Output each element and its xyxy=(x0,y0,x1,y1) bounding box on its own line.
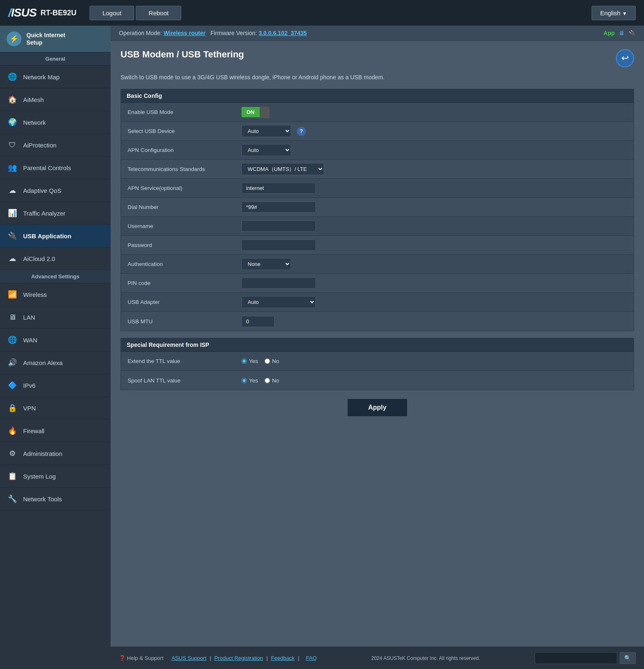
sidebar-item-adaptive-qos[interactable]: ☁ Adaptive QoS xyxy=(0,179,111,202)
sidebar-item-ipv6[interactable]: 🔷 IPv6 xyxy=(0,374,111,397)
usb-mtu-input[interactable] xyxy=(242,316,275,327)
password-row: Password xyxy=(121,236,634,255)
apn-service-input[interactable] xyxy=(242,183,316,194)
extend-ttl-value: Yes No xyxy=(237,355,634,368)
toggle-handle xyxy=(260,107,270,118)
quick-setup-label: Quick InternetSetup xyxy=(26,31,65,46)
sidebar-item-amazon-alexa[interactable]: 🔊 Amazon Alexa xyxy=(0,351,111,374)
sidebar-item-label: AiMesh xyxy=(23,96,44,103)
back-button[interactable]: ↩ xyxy=(616,49,634,67)
footer-search-button[interactable]: 🔍 xyxy=(620,652,636,664)
telecom-standards-dropdown[interactable]: WCDMA（UMTS）/ LTE CDMA2000 xyxy=(242,163,324,175)
sidebar-item-label: Adaptive QoS xyxy=(23,187,62,194)
usb-icon: 🔌 xyxy=(629,30,636,36)
usb-adapter-dropdown[interactable]: Auto xyxy=(242,296,316,308)
aicloud-icon: ☁ xyxy=(7,253,18,264)
app-label: App xyxy=(604,30,615,36)
sidebar-item-lan[interactable]: 🖥 LAN xyxy=(0,306,111,329)
usb-mtu-value xyxy=(237,313,634,330)
apn-configuration-dropdown[interactable]: Auto Manual xyxy=(242,144,291,156)
select-usb-device-row: Select USB Device Auto Manual ? xyxy=(121,122,634,141)
sidebar-item-traffic-analyzer[interactable]: 📊 Traffic Analyzer xyxy=(0,202,111,225)
feedback-link[interactable]: Feedback xyxy=(271,655,295,661)
dial-number-label: Dial Number xyxy=(121,200,237,214)
sidebar-item-aicloud[interactable]: ☁ AiCloud 2.0 xyxy=(0,247,111,270)
quick-setup-icon: ⚡ xyxy=(7,31,21,46)
footer-search-input[interactable] xyxy=(535,652,617,664)
password-input[interactable] xyxy=(242,240,316,251)
amazon-alexa-icon: 🔊 xyxy=(7,357,18,368)
username-value xyxy=(237,217,634,235)
page-header: USB Modem / USB Tethering ↩ xyxy=(121,49,634,67)
help-support-icon: ❓ Help & Support xyxy=(119,655,163,661)
language-selector[interactable]: English ▼ xyxy=(592,6,636,20)
telecom-standards-value: WCDMA（UMTS）/ LTE CDMA2000 xyxy=(237,160,634,178)
spoof-ttl-no-label[interactable]: No xyxy=(265,377,279,384)
sidebar-item-aimesh[interactable]: 🏠 AiMesh xyxy=(0,88,111,111)
apn-service-row: APN Service(optional) xyxy=(121,179,634,198)
spoof-ttl-no-radio[interactable] xyxy=(265,378,270,383)
spoof-ttl-yes-radio[interactable] xyxy=(242,378,247,383)
page-title: USB Modem / USB Tethering xyxy=(121,49,244,60)
select-usb-device-label: Select USB Device xyxy=(121,124,237,138)
sidebar-item-administration[interactable]: ⚙ Administration xyxy=(0,442,111,465)
sidebar-item-aiprotection[interactable]: 🛡 AiProtection xyxy=(0,134,111,157)
dial-number-input[interactable] xyxy=(242,202,316,213)
footer-copyright: 2024 ASUSTeK Computer Inc. All rights re… xyxy=(371,655,480,661)
lan-icon: 🖥 xyxy=(7,311,18,323)
sidebar-item-usb-application[interactable]: 🔌 USB Application xyxy=(0,225,111,247)
usb-mode-toggle[interactable]: ON xyxy=(242,107,629,118)
sidebar-item-system-log[interactable]: 📋 System Log xyxy=(0,465,111,488)
extend-ttl-label: Extend the TTL value xyxy=(121,354,237,368)
spoof-ttl-yes-label[interactable]: Yes xyxy=(242,377,258,384)
sidebar-item-network-map[interactable]: 🌐 Network Map xyxy=(0,66,111,88)
sidebar-item-label: Amazon Alexa xyxy=(23,359,63,366)
username-row: Username xyxy=(121,217,634,236)
product-registration-link[interactable]: Product Registration xyxy=(214,655,263,661)
faq-link[interactable]: FAQ xyxy=(306,655,317,661)
status-icons: App 🖥 🔌 xyxy=(604,30,636,36)
sidebar-item-network[interactable]: 🌍 Network xyxy=(0,111,111,134)
usb-adapter-row: USB Adapter Auto xyxy=(121,293,634,312)
pin-code-value xyxy=(237,274,634,292)
enable-usb-mode-value: ON xyxy=(237,103,634,121)
sidebar-item-wireless[interactable]: 📶 Wireless xyxy=(0,283,111,306)
firewall-icon: 🔥 xyxy=(7,425,18,437)
special-isp-header: Special Requirement from ISP xyxy=(121,338,634,352)
language-button[interactable]: English ▼ xyxy=(592,6,636,20)
quick-internet-setup[interactable]: ⚡ Quick InternetSetup xyxy=(0,26,111,52)
sidebar-item-network-tools[interactable]: 🔧 Network Tools xyxy=(0,488,111,510)
sidebar-item-label: System Log xyxy=(23,473,56,480)
username-input[interactable] xyxy=(242,221,316,232)
logout-button[interactable]: Logout xyxy=(90,6,134,20)
authentication-dropdown[interactable]: None PAP CHAP xyxy=(242,258,291,270)
sidebar-item-firewall[interactable]: 🔥 Firewall xyxy=(0,420,111,442)
sidebar-item-wan[interactable]: 🌐 WAN xyxy=(0,329,111,351)
password-label: Password xyxy=(121,238,237,252)
asus-support-link[interactable]: ASUS Support xyxy=(171,655,206,661)
administration-icon: ⚙ xyxy=(7,448,18,459)
usb-adapter-value: Auto xyxy=(237,293,634,311)
extend-ttl-yes-label[interactable]: Yes xyxy=(242,358,258,364)
select-usb-device-dropdown[interactable]: Auto Manual xyxy=(242,125,291,137)
select-usb-device-help-icon[interactable]: ? xyxy=(297,127,306,136)
spoof-ttl-value: Yes No xyxy=(237,374,634,387)
sidebar-item-label: AiProtection xyxy=(23,142,57,149)
firmware-link[interactable]: 3.0.0.6.102_37435 xyxy=(258,30,307,36)
sidebar-item-label: VPN xyxy=(23,405,36,412)
sidebar-item-parental-controls[interactable]: 👥 Parental Controls xyxy=(0,157,111,179)
sidebar-item-vpn[interactable]: 🔒 VPN xyxy=(0,397,111,420)
pin-code-input[interactable] xyxy=(242,278,316,289)
aimesh-icon: 🏠 xyxy=(7,94,18,105)
authentication-label: Authentication xyxy=(121,257,237,271)
apply-button[interactable]: Apply xyxy=(347,399,407,417)
extend-ttl-no-radio[interactable] xyxy=(265,358,270,364)
operation-mode-link[interactable]: Wireless router xyxy=(163,30,206,36)
reboot-button[interactable]: Reboot xyxy=(136,6,181,20)
sidebar-item-label: Network xyxy=(23,119,46,126)
ipv6-icon: 🔷 xyxy=(7,380,18,391)
extend-ttl-no-label[interactable]: No xyxy=(265,358,279,364)
extend-ttl-yes-radio[interactable] xyxy=(242,358,247,364)
sidebar-item-label: WAN xyxy=(23,337,37,344)
spoof-ttl-radio-group: Yes No xyxy=(242,377,629,384)
